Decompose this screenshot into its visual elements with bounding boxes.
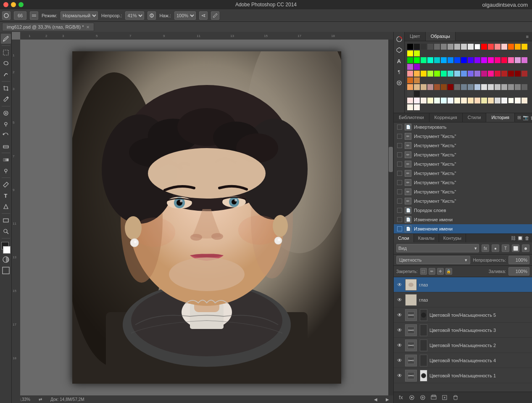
swatch[interactable] <box>414 104 420 110</box>
brush-preset-button[interactable] <box>2 11 11 20</box>
tab-close-button[interactable]: ✕ <box>86 25 90 29</box>
swatch[interactable] <box>468 57 474 63</box>
fill-value-input[interactable]: 100% <box>508 267 529 276</box>
swatch[interactable] <box>501 44 507 50</box>
eraser-tool[interactable] <box>1 141 11 151</box>
lock-position-icon[interactable]: ✛ <box>437 268 444 275</box>
swatch[interactable] <box>427 71 433 77</box>
samples-tab[interactable]: Образцы <box>426 32 456 41</box>
zoom-tool[interactable] <box>1 226 11 236</box>
swatch[interactable] <box>515 84 521 90</box>
delete-layer-button[interactable] <box>452 394 459 401</box>
layer-visibility-toggle[interactable]: 👁 <box>396 312 403 318</box>
layer-mask-button[interactable] <box>408 394 416 401</box>
layers-trash-icon[interactable]: 🗑 <box>525 236 529 241</box>
swatch[interactable] <box>448 44 453 50</box>
rectangle-tool[interactable] <box>1 215 11 225</box>
blend-mode-dropdown[interactable]: Цветность ▾ <box>396 256 470 264</box>
swatch[interactable] <box>461 44 467 50</box>
lock-all-icon[interactable]: 🔒 <box>445 268 452 275</box>
swatch[interactable] <box>434 98 440 103</box>
opacity-value-input[interactable]: 100% <box>508 256 529 264</box>
swatch[interactable] <box>461 98 467 103</box>
filter-smart-icon[interactable]: ⬜ <box>512 244 519 252</box>
brush-size-input[interactable]: 66 <box>14 11 26 20</box>
swatch[interactable] <box>521 44 527 50</box>
swatch[interactable] <box>508 98 514 103</box>
swatch[interactable] <box>468 84 474 90</box>
swatch[interactable] <box>495 44 500 50</box>
tablet-icon[interactable] <box>211 11 219 20</box>
canvas-wrapper[interactable] <box>20 40 393 395</box>
new-layer-button[interactable] <box>441 394 448 401</box>
history-checkbox[interactable] <box>397 199 402 204</box>
properties-icon[interactable] <box>395 78 404 87</box>
swatch[interactable] <box>414 84 420 90</box>
swatch[interactable] <box>407 84 413 90</box>
history-item[interactable]: ✏ Инструмент "Кисть" <box>394 159 532 169</box>
layers-camera-icon[interactable]: 🔲 <box>517 236 523 241</box>
swatch[interactable] <box>407 44 413 50</box>
crop-tool[interactable] <box>1 83 11 93</box>
swatch[interactable] <box>427 57 433 63</box>
history-item[interactable]: ✏ Инструмент "Кисть" <box>394 132 532 141</box>
swatch[interactable] <box>508 57 514 63</box>
layers-link-icon[interactable]: ⛓ <box>511 236 516 241</box>
brush-tool-button[interactable] <box>1 34 11 44</box>
quick-select-tool[interactable] <box>1 69 11 80</box>
swatch[interactable] <box>441 44 447 50</box>
history-item[interactable]: ✏ Инструмент "Кисть" <box>394 196 532 206</box>
paragraph-icon[interactable]: ¶ <box>395 67 404 77</box>
swatch[interactable] <box>421 71 427 77</box>
history-checkbox[interactable] <box>397 125 402 130</box>
layer-item[interactable]: 👁 Цветовой тон/Насыщенность 5 <box>394 308 532 323</box>
layer-visibility-toggle[interactable]: 👁 <box>396 281 403 288</box>
history-checkbox[interactable] <box>397 171 402 176</box>
swatch[interactable] <box>427 98 433 103</box>
history-item[interactable]: ✏ Инструмент "Кисть" <box>394 178 532 187</box>
screen-mode-button[interactable] <box>2 266 10 276</box>
swatch[interactable] <box>407 91 413 97</box>
filter-type-icon[interactable]: fx <box>482 244 489 252</box>
swatch[interactable] <box>414 91 420 97</box>
history-panel-copy-icon[interactable]: ⊞ <box>517 115 521 120</box>
history-brush-tool[interactable] <box>1 130 11 140</box>
history-item[interactable]: 📄 Инвертировать <box>394 122 532 132</box>
paths-tab[interactable]: Контуры <box>439 234 466 242</box>
swatch[interactable] <box>488 71 494 77</box>
history-checkbox[interactable] <box>397 217 402 222</box>
swatch[interactable] <box>468 98 474 103</box>
swatch[interactable] <box>495 57 500 63</box>
heal-tool[interactable] <box>1 108 11 118</box>
dodge-tool[interactable] <box>1 166 11 176</box>
rectangle-select-tool[interactable] <box>1 48 11 58</box>
swatch[interactable] <box>454 98 460 103</box>
background-color[interactable] <box>3 246 11 254</box>
color-icon[interactable] <box>395 34 404 44</box>
swatch[interactable] <box>434 84 440 90</box>
swatch[interactable] <box>515 44 521 50</box>
filter-toggle[interactable]: ● <box>522 244 529 252</box>
layer-fx-button[interactable]: fx <box>397 394 405 401</box>
brush-options-icon[interactable] <box>30 11 38 20</box>
lock-transparent-icon[interactable]: ⬚ <box>420 268 427 275</box>
swatch[interactable] <box>414 44 420 50</box>
history-checkbox[interactable] <box>397 143 402 148</box>
panel-menu-icon[interactable]: ≡ <box>526 34 529 39</box>
layer-visibility-toggle[interactable]: 👁 <box>396 327 403 334</box>
swatch[interactable] <box>508 44 514 50</box>
history-item-active[interactable]: 📄 Изменение имени <box>394 224 532 233</box>
gradient-tool[interactable] <box>1 155 11 165</box>
swatch[interactable] <box>407 50 413 56</box>
swatch[interactable] <box>407 71 413 77</box>
blend-mode-select[interactable]: Нормальный <box>61 11 98 20</box>
swatch[interactable] <box>461 84 467 90</box>
swatch[interactable] <box>515 98 521 103</box>
nav-prev[interactable]: ◀ <box>374 397 377 402</box>
filter-mode-icon[interactable]: T <box>502 244 509 252</box>
layer-item[interactable]: 👁 глаз <box>394 292 532 308</box>
swatch[interactable] <box>515 57 521 63</box>
swatch[interactable] <box>441 98 447 103</box>
history-item[interactable]: 📄 Изменение имени <box>394 215 532 224</box>
lock-brush-icon[interactable]: ✏ <box>429 268 435 275</box>
